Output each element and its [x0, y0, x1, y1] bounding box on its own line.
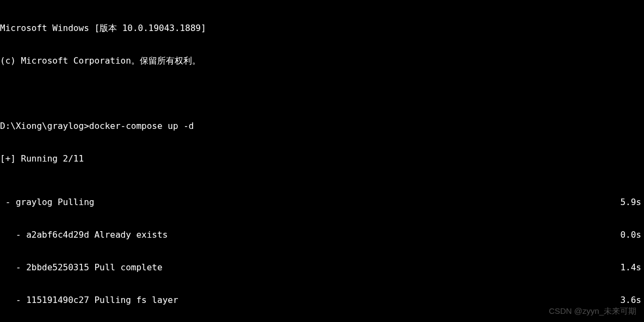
command-prompt-line[interactable]: D:\Xiong\graylog>docker-compose up -d: [0, 121, 644, 132]
row-text: a2abf6c4d29d Already exists: [26, 230, 168, 240]
row-time: 1.4s: [620, 262, 641, 273]
prompt-path: D:\Xiong\graylog>: [0, 121, 89, 131]
running-status: [+] Running 2/11: [0, 153, 644, 164]
output-row: - a2abf6c4d29d Already exists 0.0s: [0, 230, 644, 240]
row-time: 5.9s: [620, 197, 641, 208]
row-time: 0.0s: [620, 230, 641, 240]
row-text: graylog Pulling: [16, 197, 95, 207]
row-text: 2bbde5250315 Pull complete: [26, 262, 162, 273]
windows-copyright-line: (c) Microsoft Corporation。保留所有权利。: [0, 55, 644, 66]
row-text: 115191490c27 Pulling fs layer: [26, 295, 178, 305]
command-text: docker-compose up -d: [89, 121, 194, 131]
output-row: - graylog Pulling 5.9s: [0, 197, 644, 208]
row-indent: -: [0, 197, 16, 207]
blank-line: [0, 88, 644, 99]
row-indent: -: [0, 262, 26, 273]
output-row: - 115191490c27 Pulling fs layer 3.6s: [0, 295, 644, 306]
row-indent: -: [0, 295, 26, 305]
row-indent: -: [0, 230, 26, 240]
terminal-output[interactable]: Microsoft Windows [版本 10.0.19043.1889] (…: [0, 0, 644, 322]
output-row: - 2bbde5250315 Pull complete 1.4s: [0, 262, 644, 273]
row-time: 3.6s: [620, 295, 641, 306]
windows-version-line: Microsoft Windows [版本 10.0.19043.1889]: [0, 23, 644, 34]
watermark-text: CSDN @zyyn_未来可期: [549, 306, 636, 317]
